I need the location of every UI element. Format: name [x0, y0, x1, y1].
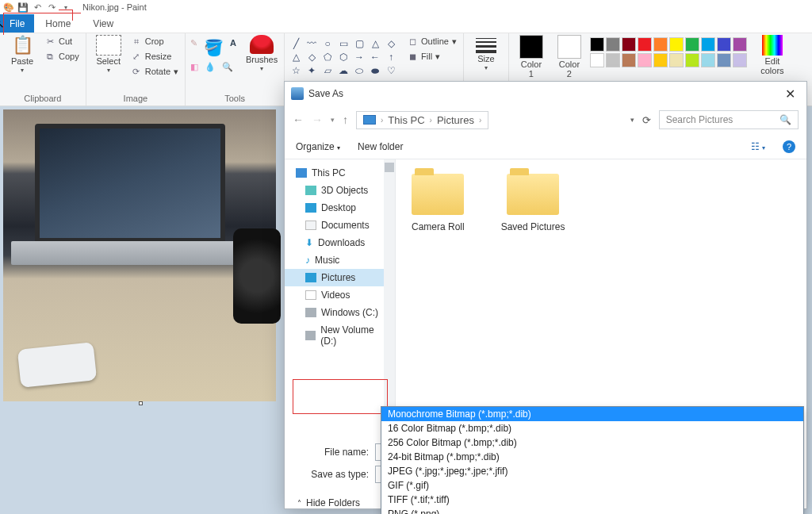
copy-button[interactable]: ⧉Copy: [43, 50, 81, 63]
chevron-right-icon: ›: [479, 116, 481, 125]
view-tab[interactable]: View: [82, 14, 124, 33]
chevron-down-icon: ▾: [260, 65, 263, 72]
savetype-option[interactable]: TIFF (*.tif;*.tiff): [381, 493, 803, 507]
edit-colors-button[interactable]: Edit colors: [755, 35, 790, 75]
nav-pictures[interactable]: Pictures: [285, 269, 395, 286]
palette-swatch[interactable]: [606, 53, 620, 67]
palette-swatch[interactable]: [717, 53, 731, 67]
palette-swatch[interactable]: [685, 53, 699, 67]
save-icon[interactable]: 💾: [17, 2, 29, 13]
palette-swatch[interactable]: [733, 37, 747, 52]
crop-button[interactable]: ⌗Crop: [129, 35, 180, 48]
content-pane[interactable]: Camera Roll Saved Pictures: [396, 159, 806, 439]
palette-swatch[interactable]: [622, 37, 636, 52]
new-folder-button[interactable]: New folder: [358, 141, 403, 152]
file-tab[interactable]: ↖ File: [0, 14, 34, 33]
palette-swatch[interactable]: [606, 37, 620, 52]
undo-icon[interactable]: ↶: [32, 2, 43, 13]
paste-button[interactable]: 📋 Paste ▾: [5, 35, 40, 74]
resize-handle-bottom[interactable]: [139, 401, 143, 405]
palette-swatch[interactable]: [669, 53, 684, 67]
palette-swatch[interactable]: [590, 37, 604, 52]
nav-videos[interactable]: Videos: [285, 286, 395, 304]
palette-swatch[interactable]: [638, 53, 652, 67]
palette-swatch[interactable]: [653, 53, 668, 67]
palette-swatch[interactable]: [669, 37, 684, 52]
magnifier-icon[interactable]: 🔍: [222, 62, 233, 72]
eraser-icon[interactable]: ◧: [190, 62, 198, 72]
palette-swatch[interactable]: [717, 37, 731, 52]
close-button[interactable]: ✕: [780, 86, 800, 102]
palette-swatch[interactable]: [701, 37, 715, 52]
savetype-option[interactable]: JPEG (*.jpg;*.jpeg;*.jpe;*.jfif): [381, 464, 803, 478]
savetype-option[interactable]: 256 Color Bitmap (*.bmp;*.dib): [381, 435, 803, 450]
nav-documents[interactable]: Documents: [285, 217, 395, 234]
palette-swatch[interactable]: [701, 53, 715, 67]
chevron-right-icon: ›: [430, 116, 432, 125]
resize-button[interactable]: ⤢Resize: [129, 50, 180, 63]
brushes-button[interactable]: Brushes ▾: [244, 35, 279, 72]
text-icon[interactable]: A: [230, 38, 236, 57]
nav-this-pc[interactable]: This PC: [285, 164, 395, 182]
breadcrumb[interactable]: › This PC › Pictures ›: [356, 111, 488, 129]
palette-swatch[interactable]: [622, 53, 636, 67]
outline-button[interactable]: ◻Outline ▾: [405, 35, 458, 48]
savetype-option[interactable]: 24-bit Bitmap (*.bmp;*.dib): [381, 450, 803, 464]
search-input[interactable]: Search Pictures 🔍: [659, 110, 799, 129]
nav-music[interactable]: ♪Music: [285, 251, 395, 269]
shapes-gallery[interactable]: ╱〰○▭▢△◇ △◇⬠⬡→←↑ ☆✦▱☁⬭⬬♡: [289, 35, 397, 76]
folder-saved-pictures[interactable]: Saved Pictures: [501, 174, 565, 232]
palette-swatch[interactable]: [590, 53, 604, 67]
pc-icon: [363, 115, 376, 125]
group-clipboard: 📋 Paste ▾ ✂Cut ⧉Copy Clipboard: [0, 33, 86, 105]
nav-drive-c[interactable]: Windows (C:): [285, 304, 395, 321]
redo-icon[interactable]: ↷: [46, 2, 57, 13]
savetype-option[interactable]: Monochrome Bitmap (*.bmp;*.dib): [381, 407, 803, 421]
view-button[interactable]: ☷ ▾: [751, 141, 765, 152]
bucket-icon[interactable]: 🪣: [204, 38, 224, 57]
nav-pane[interactable]: This PC 3D Objects Desktop Documents ⬇Do…: [285, 159, 396, 439]
organize-label: Organize: [296, 141, 335, 152]
music-icon: ♪: [305, 255, 310, 266]
refresh-button[interactable]: ⟳: [642, 114, 651, 126]
savetype-option[interactable]: 16 Color Bitmap (*.bmp;*.dib): [381, 421, 803, 435]
size-button[interactable]: Size ▾: [469, 35, 504, 71]
savetype-dropdown[interactable]: Monochrome Bitmap (*.bmp;*.dib)16 Color …: [381, 406, 804, 514]
select-label: Select: [96, 56, 121, 66]
savetype-option[interactable]: PNG (*.png): [381, 507, 803, 514]
pencil-icon[interactable]: ✎: [190, 38, 197, 57]
savetype-option[interactable]: GIF (*.gif): [381, 478, 803, 493]
color1-label: Color 1: [521, 59, 542, 79]
color2-button[interactable]: Color 2: [552, 35, 587, 79]
palette-swatch[interactable]: [638, 37, 652, 52]
scrollbar-thumb[interactable]: [385, 163, 394, 172]
palette-swatch[interactable]: [733, 53, 747, 67]
color1-button[interactable]: Color 1: [514, 35, 549, 79]
recent-dropdown-icon[interactable]: ▾: [331, 116, 335, 124]
group-tools: ✎ 🪣 A ◧ 💧 🔍 Brushes ▾ Tools: [186, 33, 285, 105]
folder-camera-roll[interactable]: Camera Roll: [412, 174, 465, 232]
nav-desktop[interactable]: Desktop: [285, 199, 395, 217]
cube-icon: [305, 186, 316, 195]
nav-scrollbar[interactable]: [384, 159, 395, 439]
cut-button[interactable]: ✂Cut: [43, 35, 81, 48]
bc-folder[interactable]: Pictures: [437, 114, 474, 126]
nav-3d-objects[interactable]: 3D Objects: [285, 182, 395, 199]
breadcrumb-dropdown-icon[interactable]: ▾: [630, 116, 634, 124]
select-button[interactable]: Select ▾: [91, 35, 126, 74]
rotate-button[interactable]: ⟳Rotate ▾: [129, 65, 180, 78]
back-button[interactable]: ←: [293, 113, 304, 126]
fill-icon: ◼: [407, 51, 418, 62]
organize-button[interactable]: Organize ▾: [296, 141, 340, 152]
help-button[interactable]: ?: [783, 140, 795, 153]
bc-root[interactable]: This PC: [388, 114, 424, 126]
palette-swatch[interactable]: [685, 37, 699, 52]
up-button[interactable]: ↑: [343, 113, 348, 126]
eyedropper-icon[interactable]: 💧: [205, 62, 216, 72]
fill-button[interactable]: ◼Fill ▾: [405, 50, 458, 63]
color-palette[interactable]: [590, 35, 747, 67]
forward-button[interactable]: →: [312, 113, 323, 126]
nav-downloads[interactable]: ⬇Downloads: [285, 234, 395, 251]
nav-drive-d[interactable]: New Volume (D:): [285, 321, 395, 350]
palette-swatch[interactable]: [653, 37, 668, 52]
